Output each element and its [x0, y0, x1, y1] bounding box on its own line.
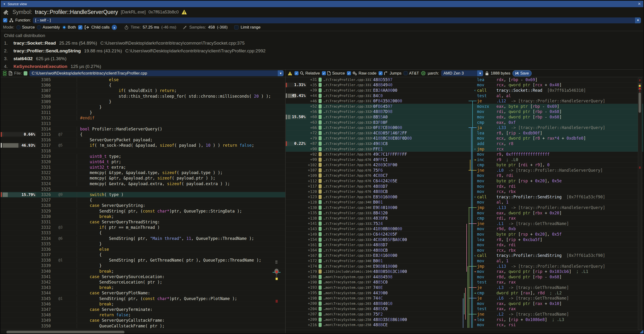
asm-row[interactable]: 1.31%+35…t\TracyProfiler.cpp:3317488B494… — [286, 83, 643, 88]
asm-row[interactable]: +66…t\TracyProfiler.cpp:33260F87CE060000… — [286, 125, 643, 131]
source-line[interactable]: 3327{ — [1, 197, 285, 203]
source-line[interactable]: 3308std::this_thread::sleep_for( std::ch… — [1, 94, 285, 99]
asm-row[interactable]: +72…t\TracyProfiler.cpp:33264C8D05F146F2… — [286, 131, 643, 136]
source-line[interactable]: 3329SendString( ptr, (const char*)ptr, Q… — [1, 208, 285, 214]
source-line[interactable]: 0.66%3315@7{ — [1, 132, 285, 137]
asm-row[interactable]: +207…mon\TracySystem.cpp:20375F2jne.L2 -… — [286, 312, 643, 317]
source-line[interactable]: 46.93%3317@5if( !m_sock->Read( &payload,… — [1, 143, 285, 148]
chevron-down-icon[interactable]: ▼ — [635, 17, 641, 23]
source-line[interactable]: 3348return false; — [1, 312, 285, 318]
source-line[interactable]: 3324memcpy( &extra, &payload.extra, size… — [1, 181, 285, 186]
source-line[interactable]: 3349case ServerQueryCallstackFrame: — [1, 318, 285, 323]
collapse-icon[interactable]: ▼ — [3, 2, 6, 5]
asm-row[interactable]: +138…t\TracyProfiler.cpp:3332483BF8cmprd… — [286, 216, 643, 221]
source-line[interactable]: 3347case ServerQueryTerminate: — [1, 307, 285, 312]
source-line[interactable]: 3314bool Profiler::HandleServerQuery() — [1, 126, 285, 132]
source-line[interactable]: 3342SendSourceLocation( ptr ); — [1, 280, 285, 285]
asm-row[interactable]: +193…mon\TracySystem.cpp:197740Eje.L3 ->… — [286, 285, 643, 290]
asm-row[interactable]: 0.22%+87…t\TracyProfiler.cpp:33264903C8a… — [286, 141, 643, 147]
source-line[interactable]: 3306{ — [1, 83, 285, 88]
jumps-toggle[interactable]: ✓ Jumps — [378, 71, 402, 76]
asm-row[interactable]: +198…mon\TracySystem.cpp:199744Cje.L6 ->… — [286, 296, 643, 301]
source-line[interactable]: 3318 — [1, 148, 285, 154]
asm-scrollbar[interactable] — [638, 78, 642, 330]
source-line[interactable]: 3331case ServerQueryThreadString: — [1, 219, 285, 225]
source-line[interactable]: 3319uint8_t type; — [1, 154, 285, 159]
source-line[interactable]: 3311} — [1, 110, 285, 115]
source-checkbox[interactable]: ✓ — [322, 71, 326, 75]
source-line[interactable]: 3316ServerQueryPacket payload; — [1, 137, 285, 143]
source-line[interactable]: 3338@1SendString( ptr, GetThreadName( pt… — [1, 258, 285, 263]
asm-row[interactable]: +107…t\TracyProfiler.hpp:67675F6jne.L0 -… — [286, 168, 643, 173]
asm-row[interactable]: +39…t\TracyProfiler.cpp:3317E824AA0000‹c… — [286, 88, 643, 93]
source-line[interactable]: 3321uint32_t extra; — [1, 165, 285, 170]
asm-row[interactable]: +109…t\TracyProfiler.hpp:6764C8BC7movr8,… — [286, 173, 643, 178]
march-combo[interactable]: AMD Zen 3 ▼ — [441, 70, 483, 76]
source-line[interactable]: 3322memcpy( &type, &payload.type, sizeof… — [1, 170, 285, 175]
child-call-item[interactable]: 4.KeSynchronizeExecution125 µs (0.27%) — [4, 62, 640, 69]
radio-icon[interactable] — [62, 25, 66, 29]
asm-row[interactable]: +143…t\TracyProfiler.cpp:333441B90B00000… — [286, 226, 643, 232]
relative-checkbox[interactable]: ✓ — [294, 71, 298, 75]
asm-row[interactable]: +174…t\TracyProfiler.cpp:3401E9B8010000j… — [286, 264, 643, 269]
source-scrollbar[interactable] — [274, 77, 279, 325]
asm-row[interactable]: +123…t\TracyProfiler.hpp:676E850160000‹c… — [286, 194, 643, 200]
jumps-checkbox[interactable]: ✓ — [378, 71, 382, 75]
source-line[interactable]: 3336else — [1, 247, 285, 252]
asm-row[interactable]: 15.50%+60…t\TracyProfiler.cpp:33268B55A0… — [286, 114, 643, 120]
asm-row[interactable]: +52…t\TracyProfiler.cpp:33260FB64597movz… — [286, 104, 643, 109]
asm-row[interactable]: +117…t\TracyProfiler.hpp:676488BD7movrdx… — [286, 184, 643, 189]
att-toggle[interactable]: AT&T — [404, 71, 419, 76]
asm-row[interactable]: +149…t\TracyProfiler.cpp:3334C64424205Fm… — [286, 232, 643, 237]
asm-row[interactable]: +190…mon\TracySystem.cpp:1974885C0testra… — [286, 280, 643, 285]
function-checkbox[interactable]: ✓ — [3, 18, 7, 22]
collapse-child-calls-button[interactable]: ▲ — [112, 25, 117, 30]
raw-code-checkbox[interactable]: ✓ — [347, 71, 351, 75]
source-line[interactable]: 3312#endif — [1, 115, 285, 121]
source-line[interactable]: 3334@6SendString( ptr, "Main thread", 11… — [1, 236, 285, 241]
asm-row[interactable]: +200…mon\TracySystem.cpp:203488B4010movr… — [286, 301, 643, 306]
source-line[interactable]: 3350QueueCallstackFrame( ptr ); — [1, 323, 285, 329]
child-call-item[interactable]: 1.tracy::Socket::Read25.25 ms (54.89%)C:… — [4, 39, 640, 47]
asm-row[interactable]: +56…t\TracyProfiler.cpp:3326488B7D98movr… — [286, 109, 643, 115]
source-line[interactable]: 3335} — [1, 241, 285, 247]
child-call-item[interactable]: 2.tracy::Profiler::SendLongString19.88 m… — [4, 47, 640, 55]
source-line[interactable]: 3345@1SendString( ptr, (const char*)ptr,… — [1, 296, 285, 302]
source-line[interactable]: 3337{ — [1, 252, 285, 258]
source-line[interactable]: 3339} — [1, 263, 285, 268]
asm-row[interactable]: +90…t\TracyProfiler.cpp:3326FFE1‹jmprcx — [286, 147, 643, 152]
asm-row[interactable]: +161…t\TracyProfiler.cpp:3334488BD7movrd… — [286, 242, 643, 248]
source-line[interactable]: 3344case ServerQueryPlotName: — [1, 290, 285, 296]
asm-row[interactable]: +112…t\TracyProfiler.hpp:676C64424205Emo… — [286, 178, 643, 184]
asm-row[interactable]: +79…t\TracyProfiler.cpp:3326418B8C80E0BF… — [286, 136, 643, 141]
scroll-thumb[interactable] — [6, 331, 124, 334]
source-line[interactable]: 3346break; — [1, 302, 285, 307]
asm-row[interactable]: +99…t\TracyProfiler.hpp:67649FFC1→incr9 … — [286, 157, 643, 163]
asm-row[interactable]: +128…t\TracyProfiler.cpp:3401B001moval, … — [286, 200, 643, 205]
source-line[interactable]: 3310} — [1, 105, 285, 110]
asm-row[interactable]: +154…t\TracyProfiler.cpp:33344C8D055FBA0… — [286, 237, 643, 242]
source-line[interactable]: 3313 — [1, 121, 285, 126]
asm-row[interactable]: +216…mon\TracySystem.cpp:258488BCEmovrcx… — [286, 322, 643, 328]
asm-row[interactable]: +204…mon\TracySystem.cpp:2034885C0testra… — [286, 306, 643, 312]
asm-row[interactable]: +130…t\TracyProfiler.cpp:3401E9E4010000j… — [286, 205, 643, 210]
radio-icon[interactable] — [37, 25, 41, 29]
asm-row[interactable]: +63…t\TracyProfiler.cpp:332683F80Fcmpeax… — [286, 120, 643, 125]
source-line[interactable]: 3307if( shouldExit ) return; — [1, 88, 285, 93]
asm-row[interactable]: +120…t\TracyProfiler.hpp:676488BCBmovrcx… — [286, 189, 643, 194]
source-line[interactable]: 3340break; — [1, 269, 285, 274]
source-line[interactable]: 3330break; — [1, 214, 285, 219]
asm-row[interactable]: +186…mon\TracySystem.cpp:197448B4598movr… — [286, 274, 643, 280]
source-toggle[interactable]: ✓ Source — [322, 71, 345, 76]
asm-row[interactable]: +179…1103\include\atomic:1048488B05B63C1… — [286, 269, 643, 274]
asm-row[interactable]: +102…t\TracyProfiler.hpp:67642803C0F00cm… — [286, 163, 643, 168]
asm-row[interactable]: +209…mon\TracySystem.cpp:258488D35E88610… — [286, 317, 643, 323]
raw-code-toggle[interactable]: ✓ Raw code — [347, 71, 376, 76]
radio-icon[interactable] — [16, 25, 20, 29]
asm-row[interactable]: +172…t\TracyProfiler.cpp:3401B001moval, … — [286, 258, 643, 264]
source-hscrollbar[interactable] — [1, 330, 285, 334]
child-calls-checkbox[interactable]: ✓ — [78, 25, 82, 29]
chevron-down-icon[interactable]: ▼ — [278, 70, 284, 76]
resize-grip[interactable] — [638, 330, 643, 334]
source-line[interactable]: 3343break; — [1, 285, 285, 290]
